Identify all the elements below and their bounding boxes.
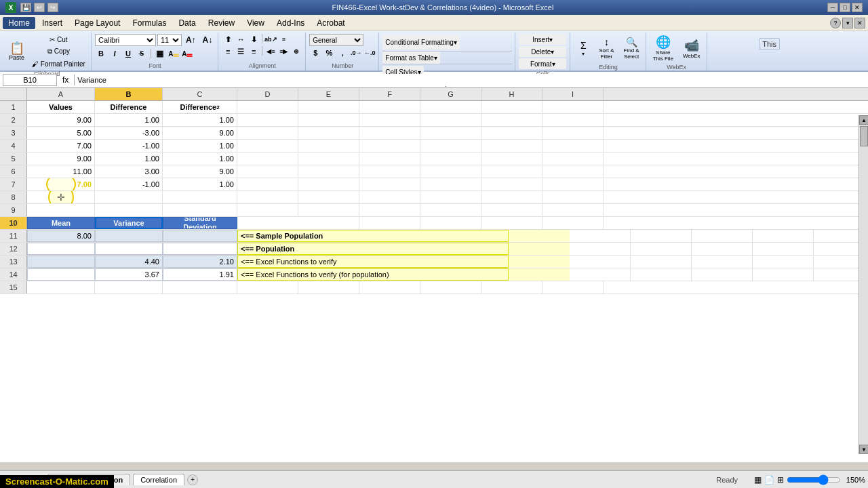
- cell-b7[interactable]: -1.00: [95, 178, 163, 190]
- cell-g13[interactable]: [631, 256, 692, 268]
- format-btn[interactable]: Format ▾: [519, 58, 566, 69]
- maximize-btn[interactable]: □: [840, 3, 850, 12]
- cell-h1[interactable]: [481, 101, 542, 113]
- cell-e11[interactable]: [509, 230, 570, 242]
- cell-c12[interactable]: [163, 243, 237, 255]
- col-header-f[interactable]: F: [359, 88, 420, 100]
- cell-f8[interactable]: [359, 191, 420, 203]
- cell-e10[interactable]: [298, 217, 359, 229]
- decrease-font-btn[interactable]: A↓: [200, 35, 216, 45]
- menu-data[interactable]: Data: [173, 17, 201, 29]
- cell-i6[interactable]: [542, 165, 604, 178]
- cell-d14[interactable]: <== Excel Functions to verify (for popul…: [237, 268, 509, 281]
- paste-btn[interactable]: 📋 Paste: [5, 37, 28, 66]
- scroll-up-btn[interactable]: ▲: [859, 115, 868, 125]
- cell-b2[interactable]: 1.00: [95, 114, 163, 126]
- cell-d4[interactable]: [237, 140, 298, 152]
- cell-g4[interactable]: [420, 140, 481, 152]
- cell-f7[interactable]: [359, 178, 420, 190]
- cell-e9[interactable]: [298, 204, 359, 216]
- cell-d3[interactable]: [237, 127, 298, 139]
- cell-a7[interactable]: 7.00: [27, 178, 95, 190]
- cell-a10[interactable]: Mean: [27, 217, 95, 229]
- conditional-formatting-btn[interactable]: Conditional Formatting ▾: [382, 35, 460, 49]
- minimize-btn[interactable]: ─: [827, 3, 838, 12]
- cell-h3[interactable]: [481, 127, 542, 139]
- cell-i15[interactable]: [542, 281, 604, 293]
- number-format-select[interactable]: General: [309, 34, 363, 46]
- col-header-d[interactable]: D: [237, 88, 298, 100]
- cell-b1[interactable]: Difference: [95, 101, 163, 113]
- cell-b11[interactable]: [95, 230, 163, 242]
- cell-c2[interactable]: 1.00: [163, 114, 237, 126]
- redo-btn[interactable]: ↪: [47, 3, 58, 12]
- comma-btn[interactable]: ,: [336, 47, 349, 58]
- cell-i13[interactable]: [753, 256, 814, 268]
- cell-i2[interactable]: [542, 114, 604, 126]
- cell-h7[interactable]: [481, 178, 542, 190]
- cell-h13[interactable]: [692, 256, 753, 268]
- cell-c11[interactable]: [163, 230, 237, 242]
- cell-e5[interactable]: [298, 152, 359, 165]
- percent-btn[interactable]: %: [323, 47, 335, 58]
- underline-btn[interactable]: U: [122, 48, 134, 59]
- wrap-text-btn[interactable]: ≡: [277, 34, 290, 45]
- cell-i14[interactable]: [753, 268, 814, 281]
- cell-h6[interactable]: [481, 165, 542, 178]
- cell-d15[interactable]: [237, 281, 298, 293]
- font-name-select[interactable]: Calibri: [95, 34, 156, 46]
- quicksave-btn[interactable]: 💾: [20, 3, 31, 12]
- view-layout-btn[interactable]: 📄: [764, 475, 774, 485]
- cell-f14[interactable]: [570, 268, 631, 281]
- menu-acrobat[interactable]: Acrobat: [311, 17, 350, 29]
- cell-g7[interactable]: [420, 178, 481, 190]
- cell-e8[interactable]: [298, 191, 359, 203]
- cell-g14[interactable]: [631, 268, 692, 281]
- increase-indent-btn[interactable]: ≡▶: [277, 46, 290, 57]
- increase-decimal-btn[interactable]: .0→: [350, 47, 362, 58]
- cell-a15[interactable]: [27, 281, 95, 293]
- cell-g5[interactable]: [420, 152, 481, 165]
- cell-b14[interactable]: 3.67: [95, 268, 163, 281]
- col-header-i[interactable]: I: [542, 88, 604, 100]
- cell-c3[interactable]: 9.00: [163, 127, 237, 139]
- cell-f10[interactable]: [359, 217, 420, 229]
- cell-h5[interactable]: [481, 152, 542, 165]
- cell-f3[interactable]: [359, 127, 420, 139]
- cell-b4[interactable]: -1.00: [95, 140, 163, 152]
- cell-f9[interactable]: [359, 204, 420, 216]
- cut-btn[interactable]: ✂ Cut: [29, 34, 88, 45]
- share-btn[interactable]: 🌐 ShareThis File: [650, 34, 677, 62]
- sort-filter-btn[interactable]: ↕ Sort &Filter: [595, 34, 617, 62]
- sheet-tab-correlation[interactable]: Correlation: [133, 474, 184, 485]
- cell-e1[interactable]: [298, 101, 359, 113]
- cell-g9[interactable]: [420, 204, 481, 216]
- decrease-decimal-btn[interactable]: ←.0: [363, 47, 376, 58]
- align-left-btn[interactable]: ≡: [222, 46, 234, 57]
- format-as-table-btn[interactable]: Format as Table ▾: [382, 52, 440, 64]
- align-middle-btn[interactable]: ↔: [235, 34, 247, 45]
- col-header-e[interactable]: E: [298, 88, 359, 100]
- find-select-btn[interactable]: 🔍 Find &Select: [620, 34, 643, 62]
- undo-btn[interactable]: ↩: [34, 3, 45, 12]
- font-color-btn[interactable]: A▬: [181, 48, 193, 59]
- cell-f15[interactable]: [359, 281, 420, 293]
- cell-i5[interactable]: [542, 152, 604, 165]
- cell-d8[interactable]: [237, 191, 298, 203]
- scroll-down-btn[interactable]: ▼: [859, 445, 868, 454]
- align-bottom-btn[interactable]: ⬇: [248, 34, 260, 45]
- cell-f12[interactable]: [570, 243, 631, 255]
- vertical-scrollbar[interactable]: ▲ ▼: [859, 115, 868, 454]
- copy-btn[interactable]: ⧉ Copy: [29, 46, 88, 57]
- align-right-btn[interactable]: ≡: [248, 46, 260, 57]
- cell-a2[interactable]: 9.00: [27, 114, 95, 126]
- cell-h8[interactable]: [481, 191, 542, 203]
- cell-a8[interactable]: ✛: [27, 191, 95, 203]
- cell-h9[interactable]: [481, 204, 542, 216]
- cell-i10[interactable]: [542, 217, 604, 229]
- cell-f1[interactable]: [359, 101, 420, 113]
- cell-i4[interactable]: [542, 140, 604, 152]
- cell-e2[interactable]: [298, 114, 359, 126]
- cell-d12[interactable]: <== Population: [237, 243, 509, 255]
- cell-a5[interactable]: 9.00: [27, 152, 95, 165]
